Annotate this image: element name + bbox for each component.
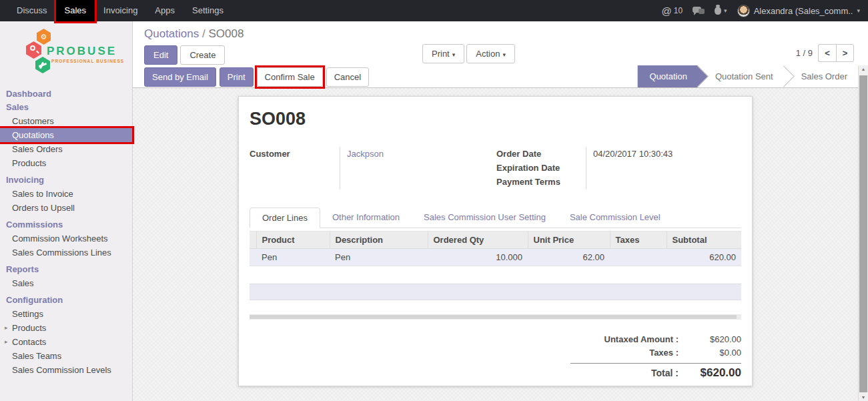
company-logo[interactable]: ⚙ PROBUSE PROFESSIONAL BUSINESS: [0, 27, 132, 81]
print-button[interactable]: Print: [220, 67, 254, 87]
sidebar-item-sales-commission-levels[interactable]: Sales Commission Levels: [0, 363, 132, 377]
sidebar-section-sales[interactable]: Sales: [0, 101, 132, 114]
topbar-menu: Discuss Sales Invoicing Apps Settings: [8, 0, 232, 21]
status-quotation[interactable]: Quotation: [638, 65, 698, 87]
bug-icon: [715, 7, 721, 15]
col-unit-price[interactable]: Unit Price: [528, 232, 610, 249]
sidebar-section-configuration[interactable]: Configuration: [0, 294, 132, 307]
status-quotation-sent[interactable]: Quotation Sent: [698, 65, 784, 87]
form-header-buttons: Send by Email Print Confirm Sale Cancel: [144, 67, 369, 87]
breadcrumb-quotations-link[interactable]: Quotations: [144, 27, 199, 40]
form-header: Send by Email Print Confirm Sale Cancel …: [133, 65, 858, 88]
tab-sale-commission-level[interactable]: Sale Commission Level: [558, 208, 673, 228]
vertical-scrollbar-thumb[interactable]: [859, 75, 867, 392]
col-ordered-qty[interactable]: Ordered Qty: [428, 232, 528, 249]
chevron-down-icon: ▾: [502, 51, 506, 58]
sidebar-item-config-contacts[interactable]: ▸Contacts: [0, 335, 132, 349]
user-name: Alexandra (Sales_comm..: [754, 6, 853, 16]
sidebar-item-reports-sales[interactable]: Sales: [0, 276, 132, 290]
tab-order-lines[interactable]: Order Lines: [250, 208, 320, 228]
sidebar-item-sales-commissions-lines[interactable]: Sales Commissions Lines: [0, 246, 132, 260]
pager-previous-button[interactable]: <: [818, 44, 836, 62]
sidebar-item-settings[interactable]: Settings: [0, 307, 132, 321]
document-sheet: SO008 Customer Jackpson Order Date Expir…: [238, 96, 753, 386]
col-product[interactable]: Product: [256, 232, 330, 249]
sidebar-item-label: Products: [12, 323, 46, 333]
user-menu-button[interactable]: Alexandra (Sales_comm.. ▾: [737, 5, 860, 17]
tab-other-information[interactable]: Other Information: [320, 208, 412, 228]
topbar-menu-settings[interactable]: Settings: [183, 0, 232, 21]
topbar-menu-invoicing[interactable]: Invoicing: [95, 0, 146, 21]
pager-next-button[interactable]: >: [836, 44, 854, 62]
topbar-menu-apps[interactable]: Apps: [146, 0, 183, 21]
untaxed-amount-value: $620.00: [688, 333, 741, 346]
scroll-down-icon[interactable]: ▼: [859, 395, 868, 400]
notifications-button[interactable]: @ 10: [662, 5, 683, 17]
sidebar-item-sales-to-invoice[interactable]: Sales to Invoice: [0, 187, 132, 201]
sidebar-item-products[interactable]: Products: [0, 156, 132, 170]
order-line-row[interactable]: Pen Pen 10.000 62.00 620.00: [250, 249, 741, 266]
notebook: Order Lines Other Information Sales Comm…: [250, 207, 741, 380]
messages-icon[interactable]: [693, 7, 705, 15]
confirm-sale-button[interactable]: Confirm Sale: [257, 67, 323, 87]
control-panel: Quotations / SO008 Edit Create Print▾ Ac…: [133, 21, 868, 65]
col-description[interactable]: Description: [330, 232, 428, 249]
main-area: Quotations / SO008 Edit Create Print▾ Ac…: [133, 21, 868, 401]
horizontal-scrollbar-thumb[interactable]: [250, 315, 737, 319]
col-taxes[interactable]: Taxes: [610, 232, 667, 249]
cancel-button[interactable]: Cancel: [326, 67, 369, 87]
page-title: SO008: [250, 109, 741, 129]
sidebar-section-commissions[interactable]: Commissions: [0, 218, 132, 232]
chevron-down-icon: ▾: [857, 7, 860, 14]
edit-create-buttons: Edit Create: [144, 45, 225, 65]
logo-tagline: PROFESSIONAL BUSINESS: [51, 59, 124, 63]
total-value: $620.00: [688, 366, 741, 380]
cell-ordered-qty: 10.000: [428, 249, 528, 266]
topbar-menu-discuss[interactable]: Discuss: [8, 0, 56, 21]
sidebar-section-dashboard[interactable]: Dashboard: [0, 87, 132, 101]
totals-block: Untaxed Amount : $620.00 Taxes : $0.00 T…: [570, 333, 741, 380]
col-subtotal[interactable]: Subtotal: [667, 232, 741, 249]
send-by-email-button[interactable]: Send by Email: [144, 67, 216, 87]
sidebar: ⚙ PROBUSE PROFESSIONAL BUSINESS Dashboar…: [0, 21, 133, 401]
sidebar-item-customers[interactable]: Customers: [0, 114, 132, 128]
chevron-down-icon: ▾: [452, 51, 456, 58]
cell-description: Pen: [330, 249, 428, 266]
payment-terms-value: [593, 175, 729, 189]
sidebar-item-sales-teams[interactable]: Sales Teams: [0, 349, 132, 363]
vertical-scrollbar[interactable]: ▲ ▼: [858, 65, 868, 401]
scroll-up-icon[interactable]: ▲: [859, 67, 868, 71]
sidebar-item-sales-orders[interactable]: Sales Orders: [0, 142, 132, 156]
topbar-menu-sales[interactable]: Sales: [56, 0, 95, 21]
edit-button[interactable]: Edit: [144, 45, 177, 65]
customer-value-link[interactable]: Jackpson: [347, 147, 460, 161]
sidebar-item-config-products[interactable]: ▸Products: [0, 321, 132, 335]
expand-caret-icon: ▸: [5, 321, 8, 335]
form-content: SO008 Customer Jackpson Order Date Expir…: [133, 88, 858, 401]
dates-field-group: Order Date Expiration Date Payment Terms…: [496, 147, 729, 189]
taxes-label: Taxes :: [570, 346, 688, 360]
print-dropdown-button[interactable]: Print▾: [422, 44, 464, 63]
pager-text: 1 / 9: [796, 48, 813, 58]
sidebar-item-commission-worksheets[interactable]: Commission Worksheets: [0, 232, 132, 246]
status-sales-order[interactable]: Sales Order: [784, 65, 858, 87]
taxes-value: $0.00: [688, 346, 741, 360]
notification-count: 10: [674, 6, 683, 15]
tab-sales-commission-user-setting[interactable]: Sales Commission User Setting: [412, 208, 558, 228]
sidebar-item-orders-to-upsell[interactable]: Orders to Upsell: [0, 201, 132, 215]
order-date-value: 04/20/2017 10:30:43: [593, 147, 729, 161]
breadcrumb: Quotations / SO008: [144, 27, 244, 41]
sidebar-section-invoicing[interactable]: Invoicing: [0, 173, 132, 187]
horizontal-scrollbar[interactable]: [250, 314, 741, 320]
action-dropdown-button[interactable]: Action▾: [466, 44, 515, 63]
statusbar: Quotation Quotation Sent Sales Order: [637, 65, 858, 87]
debug-menu-button[interactable]: ▾: [715, 7, 727, 15]
expand-caret-icon: ▸: [5, 335, 8, 349]
sidebar-item-quotations[interactable]: Quotations: [0, 128, 132, 142]
table-header-row: Product Description Ordered Qty Unit Pri…: [250, 232, 741, 249]
breadcrumb-current: SO008: [208, 27, 244, 40]
sidebar-section-reports[interactable]: Reports: [0, 263, 132, 276]
create-button[interactable]: Create: [180, 45, 225, 65]
customer-label: Customer: [250, 147, 340, 161]
handle-column-header: [250, 232, 256, 249]
